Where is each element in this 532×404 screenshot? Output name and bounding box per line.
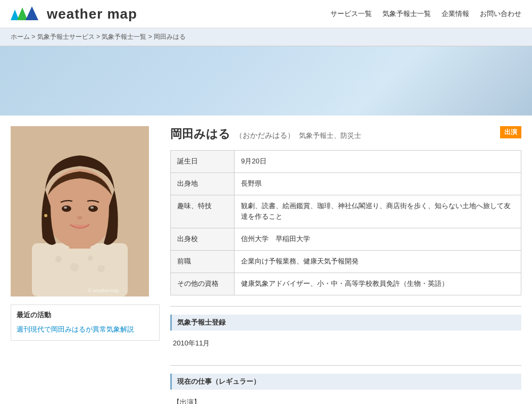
main-nav: サービス一覧 気象予報士一覧 企業情報 お問い合わせ <box>330 9 521 19</box>
recent-activity-link[interactable]: 週刊現代で岡田みはるが異常気象解説 <box>16 325 134 333</box>
profile-photo: © weathermap <box>11 126 149 296</box>
logo-area: weather map <box>11 5 137 22</box>
profile-field-value: 9月20日 <box>235 151 521 173</box>
current-work-section-header: 現在の仕事（レギュラー） <box>170 374 521 390</box>
nav-contact[interactable]: お問い合わせ <box>480 9 521 19</box>
svg-point-16 <box>97 265 105 273</box>
section-divider-2 <box>170 365 521 366</box>
svg-marker-1 <box>17 7 28 20</box>
profile-field-label: 出身校 <box>171 228 235 251</box>
svg-point-6 <box>45 169 114 249</box>
table-row: 出身校信州大学 早稲田大学 <box>171 228 521 251</box>
table-row: 前職企業向け予報業務、健康天気予報開発 <box>171 250 521 273</box>
svg-point-14 <box>70 263 79 271</box>
recent-activity-title: 最近の活動 <box>16 310 154 320</box>
svg-point-13 <box>55 256 62 262</box>
profile-photo-svg: © weathermap <box>11 126 149 296</box>
recent-activity-box: 最近の活動 週刊現代で岡田みはるが異常気象解説 <box>11 304 160 341</box>
profile-field-label: 趣味、特技 <box>171 195 235 228</box>
profile-header: 出演 岡田みはる （おかだみはる） 気象予報士、防災士 <box>170 126 521 142</box>
header: weather map サービス一覧 気象予報士一覧 企業情報 お問い合わせ <box>0 0 532 28</box>
profile-field-value: 企業向け予報業務、健康天気予報開発 <box>235 250 521 273</box>
profile-field-value: 長野県 <box>235 172 521 195</box>
profile-field-value: 観劇、読書、絵画鑑賞、珈琲、神社仏閣巡り、商店街を歩く、知らない土地へ旅して友達… <box>235 195 521 228</box>
profile-field-label: 前職 <box>171 250 235 273</box>
section-divider-1 <box>170 306 521 307</box>
table-row: その他の資格健康気象アドバイザー、小・中・高等学校教員免許（生物・英語） <box>171 273 521 295</box>
profile-field-label: 出身地 <box>171 172 235 195</box>
registration-section-header: 気象予報士登録 <box>170 315 521 331</box>
svg-point-8 <box>88 205 98 212</box>
badge-shutsuen: 出演 <box>500 126 521 138</box>
svg-point-11 <box>77 216 82 219</box>
svg-point-15 <box>88 255 93 261</box>
profile-title: 気象予報士、防災士 <box>299 131 361 139</box>
logo-svg <box>11 5 43 22</box>
svg-point-10 <box>90 207 94 209</box>
logo-text: weather map <box>47 6 137 22</box>
profile-field-value: 信州大学 早稲田大学 <box>235 228 521 251</box>
profile-name-kana: （おかだみはる） <box>235 131 295 139</box>
hero-banner <box>0 46 532 116</box>
nav-services[interactable]: サービス一覧 <box>330 9 372 19</box>
profile-name: 岡田みはる <box>170 127 230 141</box>
table-row: 誕生日9月20日 <box>171 151 521 173</box>
table-row: 出身地長野県 <box>171 172 521 195</box>
current-work-content: 【出演】NHK山形「NHKニュースやまがた6時」 <box>170 394 521 404</box>
nav-forecasters[interactable]: 気象予報士一覧 <box>383 9 431 19</box>
table-row: 趣味、特技観劇、読書、絵画鑑賞、珈琲、神社仏閣巡り、商店街を歩く、知らない土地へ… <box>171 195 521 228</box>
registration-date: 2010年11月 <box>170 335 521 357</box>
svg-point-7 <box>62 205 71 212</box>
right-column: 出演 岡田みはる （おかだみはる） 気象予報士、防災士 誕生日9月20日出身地長… <box>170 126 521 404</box>
main-content: © weathermap 最近の活動 週刊現代で岡田みはるが異常気象解説 出演 … <box>0 116 532 404</box>
breadcrumb-current: 岡田みはる <box>154 33 186 40</box>
svg-point-12 <box>44 214 47 217</box>
svg-text:© weathermap: © weathermap <box>88 288 119 293</box>
breadcrumb-home[interactable]: ホーム <box>11 33 30 40</box>
profile-field-label: 誕生日 <box>171 151 235 173</box>
svg-point-9 <box>64 207 67 209</box>
breadcrumb-list[interactable]: 気象予報士一覧 <box>102 33 146 40</box>
profile-table: 誕生日9月20日出身地長野県趣味、特技観劇、読書、絵画鑑賞、珈琲、神社仏閣巡り、… <box>170 150 521 295</box>
breadcrumb-service[interactable]: 気象予報士サービス <box>37 33 95 40</box>
profile-field-label: その他の資格 <box>171 273 235 295</box>
breadcrumb: ホーム > 気象予報士サービス > 気象予報士一覧 > 岡田みはる <box>0 28 532 46</box>
left-column: © weathermap 最近の活動 週刊現代で岡田みはるが異常気象解説 <box>11 126 160 404</box>
nav-company[interactable]: 企業情報 <box>442 9 469 19</box>
svg-marker-2 <box>26 6 38 20</box>
profile-name-row: 岡田みはる （おかだみはる） 気象予報士、防災士 <box>170 126 521 142</box>
profile-field-value: 健康気象アドバイザー、小・中・高等学校教員免許（生物・英語） <box>235 273 521 295</box>
logo-icon <box>11 5 43 22</box>
